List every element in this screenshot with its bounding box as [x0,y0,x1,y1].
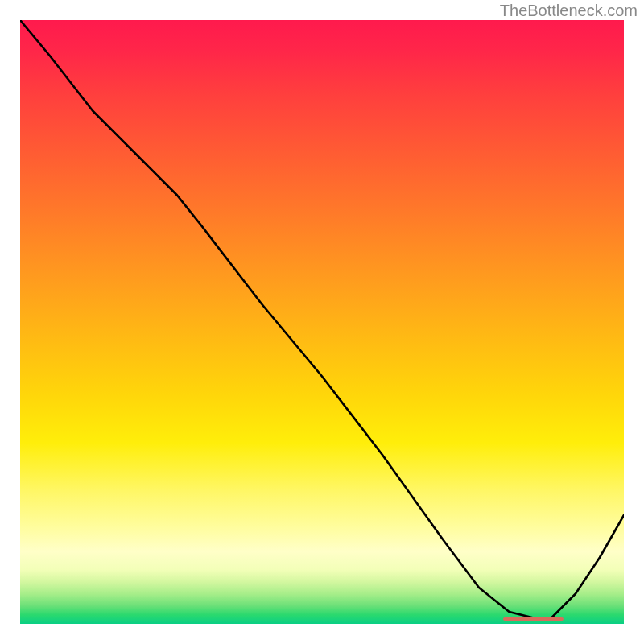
optimal-marker [503,617,564,621]
chart-container [20,20,624,624]
chart-curve [20,20,624,624]
watermark-text: TheBottleneck.com [500,2,638,20]
plot-area [20,20,624,624]
